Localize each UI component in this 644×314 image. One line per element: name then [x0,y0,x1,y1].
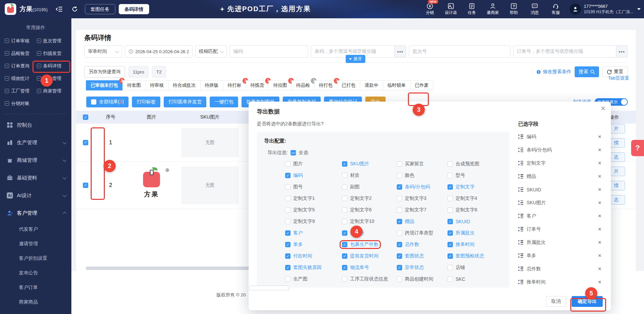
option-checkbox[interactable]: ✓ [447,219,453,224]
refresh-icon[interactable] [71,5,79,13]
drag-handle-icon[interactable] [518,174,523,179]
sidebar-subitem[interactable]: 客户折扣设置 [0,251,71,266]
selected-field-row[interactable]: 条码/分包码 × [518,143,603,156]
sidebar-item-customer[interactable]: 客户管理 [0,204,71,222]
sidebar-subitem[interactable]: 客户订单 [0,280,71,295]
option-checkbox[interactable]: ✓ [397,265,402,270]
nav-designer[interactable]: 设计器 [441,3,461,16]
option-checkbox[interactable]: ✓ [285,265,291,270]
drag-handle-icon[interactable] [518,161,523,165]
user-dropdown-caret[interactable] [637,8,641,10]
status-tab[interactable]: 待合成批次 [168,80,201,90]
export-option[interactable]: ✓ 总件数 [395,241,420,248]
remove-field-icon[interactable]: × [598,147,601,153]
nav-tasks[interactable]: 任务 [462,3,482,16]
drag-handle-icon[interactable] [518,214,523,218]
export-option[interactable]: ✓ 定制文字6 [341,207,373,213]
nav-messages[interactable]: 消息 [525,3,545,16]
date-range-input[interactable]: 2026-04-25 0-2026-04-26 2 [125,45,192,58]
remove-field-icon[interactable]: × [598,173,601,180]
status-tab[interactable]: 待拉图 1 [269,80,292,90]
drag-handle-icon[interactable] [518,187,523,192]
export-option[interactable]: ✓ 客户 [284,230,304,236]
sidebar-quick-item[interactable]: 品检验货 [5,47,37,60]
option-checkbox[interactable]: ✓ [397,184,402,190]
tab-page-settings-link[interactable]: Tab页设置 [608,75,629,81]
selected-field-row[interactable]: SKU图片 × [518,196,603,209]
collapse-menu-icon[interactable] [55,5,63,13]
option-checkbox[interactable]: ✓ [342,242,347,247]
drag-handle-icon[interactable] [518,240,523,245]
nav-distribution[interactable]: NEW ¥ 分销 [420,3,440,16]
export-option[interactable]: ✓ 定制文字1 [284,195,316,202]
sidebar-quick-item[interactable]: 订单审核 [5,35,37,47]
export-option[interactable]: ✓ 图号 [284,184,304,190]
export-option[interactable]: ✓ 定制文字8 [446,207,479,213]
export-option[interactable]: ✓ 定制文字10 [341,218,376,225]
selected-field-row[interactable]: 单多 × [518,249,603,262]
header-checkbox[interactable]: ✓ [83,114,88,120]
modal-horizontal-scrollbar[interactable] [249,286,289,290]
sidebar-item-production[interactable]: 生产管理 [0,134,71,151]
nav-invite-merchant[interactable]: 邀商家 [483,3,503,16]
option-checkbox[interactable]: ✓ [342,265,347,270]
export-option[interactable]: ✓ 提前发货时间 [341,253,380,259]
export-option[interactable]: ✓ 定制文字7 [395,207,428,213]
selected-field-row[interactable]: 推单时间 × [518,275,603,289]
sidebar-subitem[interactable]: 代发客户 [0,222,71,236]
zoom-image-icon[interactable]: ⊕ [165,167,169,173]
confirm-export-button[interactable]: 确定导出 [572,296,603,307]
sidebar-quick-item[interactable]: 批次管理 [37,35,69,47]
option-checkbox[interactable]: ✓ [447,184,453,190]
option-checkbox[interactable]: ✓ [342,219,347,224]
option-checkbox[interactable]: ✓ [397,161,402,167]
export-option[interactable]: ✓ 条码/分包码 [395,184,431,190]
remove-field-icon[interactable]: × [598,279,601,286]
user-account[interactable]: 177****5667 10195 H1手机壳（工厂演... [570,3,641,15]
sidebar-quick-item[interactable]: 工厂管理 [5,85,37,97]
export-option[interactable]: ✓ 所属批次 [446,230,476,236]
selected-field-row[interactable]: 定制文字 × [518,156,603,170]
option-checkbox[interactable]: ✓ [447,196,453,201]
selected-field-row[interactable]: SKUID × [518,183,603,196]
option-checkbox[interactable]: ✓ [447,173,453,178]
option-checkbox[interactable]: ✓ [285,173,291,178]
selected-field-row[interactable]: 总件数 × [518,262,603,275]
option-checkbox[interactable]: ✓ [342,184,347,190]
export-option[interactable]: ✓ 买家留言 [395,161,425,167]
export-option[interactable]: ✓ 定制文字9 [284,218,316,225]
option-checkbox[interactable]: ✓ [397,242,402,247]
selected-field-row[interactable]: 订单号 × [518,223,603,236]
option-checkbox[interactable]: ✓ [397,276,402,282]
export-option[interactable]: ✓ 合成预览图 [446,161,481,167]
batch-input[interactable]: 批次号 [409,45,510,58]
option-checkbox[interactable]: ✓ [447,161,453,167]
sidebar-quick-item[interactable]: 分销对账 [5,97,37,110]
status-tab[interactable]: 待打包 2 [314,80,338,90]
status-tab[interactable]: 待品检 2 [292,80,315,90]
option-checkbox[interactable]: ✓ [342,173,347,178]
drag-handle-icon[interactable] [518,267,523,271]
option-checkbox[interactable]: ✓ [285,207,291,213]
option-checkbox[interactable]: ✓ [285,161,291,167]
product-image[interactable]: ⊕ 方果 [133,166,170,204]
window-tab-taskimage[interactable]: 套图任务 [85,4,115,14]
remove-field-icon[interactable]: × [598,186,601,193]
sidebar-subitem[interactable]: 商家商品 [0,295,71,309]
export-option[interactable]: ✓ 定制文字5 [284,207,316,213]
option-checkbox[interactable]: ✓ [285,184,291,190]
option-checkbox[interactable]: ✓ [447,230,453,236]
export-option[interactable]: ✓ 异常状态 [395,264,425,271]
remove-field-icon[interactable]: × [598,213,601,219]
export-option[interactable]: ✓ 型号 [446,172,466,179]
export-option[interactable]: ✓ 颜色 [395,172,416,179]
quick-tag-11pro[interactable]: 11pro [129,66,149,78]
quick-tag-t2[interactable]: T2 [152,66,166,78]
status-tab[interactable]: 待拼版 [200,80,224,90]
export-option[interactable]: ✓ 编码 [284,172,304,179]
expand-filters-button[interactable]: 展开 [346,55,365,63]
remove-field-icon[interactable]: × [598,133,601,140]
time-type-select[interactable]: 审单时间 [84,45,122,58]
drag-handle-icon[interactable] [518,134,523,139]
nav-help[interactable]: ? 帮助 [504,3,524,16]
